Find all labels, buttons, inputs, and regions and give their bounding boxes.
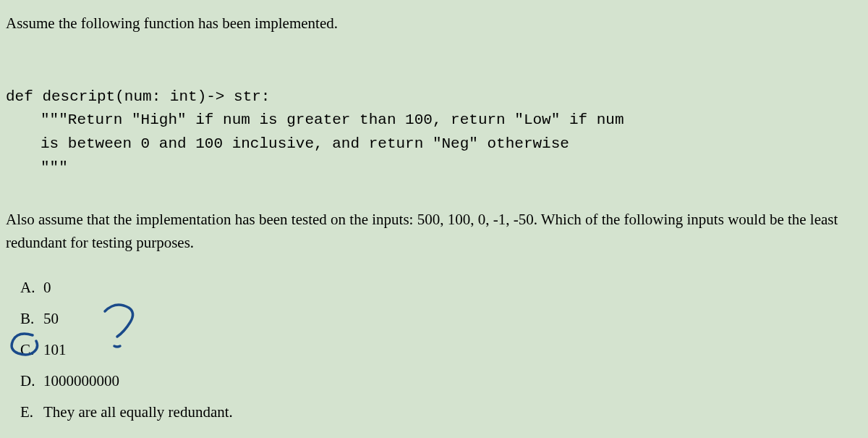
- followup-text: Also assume that the implementation has …: [6, 209, 862, 254]
- annotation-question-mark: [94, 297, 145, 355]
- option-b: B. 50: [20, 310, 862, 328]
- code-line-2: """Return "High" if num is greater than …: [6, 111, 624, 128]
- option-value: They are all equally redundant.: [43, 403, 233, 421]
- option-value: 0: [43, 279, 51, 297]
- option-c: C. 101: [20, 341, 862, 359]
- option-letter: D.: [20, 372, 43, 390]
- option-letter: A.: [20, 279, 43, 297]
- code-line-4: """: [6, 159, 68, 176]
- option-letter: E.: [20, 403, 43, 421]
- option-letter: B.: [20, 310, 43, 328]
- code-line-3: is between 0 and 100 inclusive, and retu…: [6, 135, 569, 152]
- option-a: A. 0: [20, 279, 862, 297]
- code-block: def descript(num: int)-> str: """Return …: [6, 62, 862, 180]
- option-value: 1000000000: [43, 372, 119, 390]
- annotation-circle-c: [7, 329, 43, 358]
- code-line-1: def descript(num: int)-> str:: [6, 88, 270, 105]
- option-value: 101: [43, 341, 67, 359]
- option-e: E. They are all equally redundant.: [20, 403, 862, 421]
- option-value: 50: [43, 310, 59, 328]
- option-d: D. 1000000000: [20, 372, 862, 390]
- intro-text: Assume the following function has been i…: [6, 13, 862, 34]
